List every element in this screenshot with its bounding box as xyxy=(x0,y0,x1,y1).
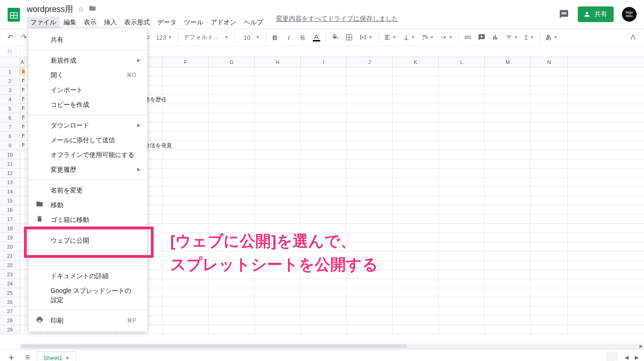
cell-M17[interactable] xyxy=(485,215,531,223)
cell-A10[interactable] xyxy=(20,150,25,159)
column-header-L[interactable]: L xyxy=(439,57,485,67)
cell-H29[interactable] xyxy=(255,325,301,334)
cell-H28[interactable] xyxy=(255,316,301,325)
cell-J1[interactable] xyxy=(347,67,393,76)
menu-email[interactable]: メールに添付して送信 xyxy=(29,133,147,147)
cell-M13[interactable] xyxy=(485,178,531,186)
cell-G2[interactable] xyxy=(209,76,255,85)
cell-F10[interactable] xyxy=(163,150,209,159)
row-header-13[interactable]: 13 xyxy=(0,178,20,186)
font-size-dropdown[interactable]: 10▼ xyxy=(237,31,263,44)
cell-L12[interactable] xyxy=(439,169,485,177)
cell-G17[interactable] xyxy=(209,215,255,223)
cell-L9[interactable] xyxy=(439,141,485,150)
cell-M27[interactable] xyxy=(485,307,531,315)
cell-F9[interactable] xyxy=(163,141,209,150)
cell-L10[interactable] xyxy=(439,150,485,159)
cell-I16[interactable] xyxy=(301,205,347,214)
cell-H7[interactable] xyxy=(255,122,301,131)
column-header-I[interactable]: I xyxy=(301,57,347,67)
cell-N8[interactable] xyxy=(531,132,568,140)
cell-H9[interactable] xyxy=(255,141,301,150)
row-header-1[interactable]: 1 xyxy=(0,67,20,76)
cell-L19[interactable] xyxy=(439,233,485,242)
cell-I17[interactable] xyxy=(301,215,347,223)
cell-J29[interactable] xyxy=(347,325,393,334)
comments-icon[interactable] xyxy=(558,9,569,20)
cell-N17[interactable] xyxy=(531,215,568,223)
row-header-24[interactable]: 24 xyxy=(0,279,20,288)
menu-details[interactable]: ドキュメントの詳細 xyxy=(29,268,147,283)
cell-J25[interactable] xyxy=(347,288,393,297)
cell-L14[interactable] xyxy=(439,187,485,196)
cell-K16[interactable] xyxy=(393,205,439,214)
row-header-7[interactable]: 7 xyxy=(0,122,20,131)
row-header-28[interactable]: 28 xyxy=(0,316,20,325)
cell-N18[interactable] xyxy=(531,224,568,233)
cell-A25[interactable] xyxy=(20,288,25,297)
cell-F27[interactable] xyxy=(163,307,209,315)
cell-M25[interactable] xyxy=(485,288,531,297)
cell-M24[interactable] xyxy=(485,279,531,288)
cell-G13[interactable] xyxy=(209,178,255,186)
cell-I28[interactable] xyxy=(301,316,347,325)
row-header-4[interactable]: 4 xyxy=(0,95,20,104)
cell-F25[interactable] xyxy=(163,288,209,297)
row-header-20[interactable]: 20 xyxy=(0,242,20,251)
cell-A2[interactable]: htt xyxy=(20,76,25,85)
row-header-23[interactable]: 23 xyxy=(0,270,20,279)
column-header-H[interactable]: H xyxy=(255,57,301,67)
menu-share[interactable]: 共有 xyxy=(29,32,147,47)
cell-H16[interactable] xyxy=(255,205,301,214)
cell-L28[interactable] xyxy=(439,316,485,325)
star-icon[interactable]: ☆ xyxy=(78,5,84,14)
cell-L2[interactable] xyxy=(439,76,485,85)
cell-L6[interactable] xyxy=(439,113,485,122)
cell-M19[interactable] xyxy=(485,233,531,242)
menu-データ[interactable]: データ xyxy=(154,17,180,29)
cell-F17[interactable] xyxy=(163,215,209,223)
cell-M2[interactable] xyxy=(485,76,531,85)
cell-G4[interactable] xyxy=(209,95,255,104)
cell-G10[interactable] xyxy=(209,150,255,159)
cell-N14[interactable] xyxy=(531,187,568,196)
cell-L22[interactable] xyxy=(439,261,485,269)
cell-G29[interactable] xyxy=(209,325,255,334)
cell-M23[interactable] xyxy=(485,270,531,279)
cell-N25[interactable] xyxy=(531,288,568,297)
row-header-10[interactable]: 10 xyxy=(0,150,20,159)
cell-I15[interactable] xyxy=(301,196,347,205)
cell-K21[interactable] xyxy=(393,251,439,260)
strikethrough-button[interactable]: S xyxy=(296,31,309,44)
insert-comment-button[interactable] xyxy=(475,31,488,44)
cell-L5[interactable] xyxy=(439,104,485,113)
cell-N16[interactable] xyxy=(531,205,568,214)
horizontal-scrollbar[interactable]: ▶ xyxy=(20,344,644,349)
cell-N24[interactable] xyxy=(531,279,568,288)
menu-move[interactable]: 移動 xyxy=(29,198,147,212)
cell-G14[interactable] xyxy=(209,187,255,196)
cell-M20[interactable] xyxy=(485,242,531,251)
menu-new[interactable]: 新規作成▶ xyxy=(29,53,147,68)
cell-G1[interactable] xyxy=(209,67,255,76)
cell-K3[interactable] xyxy=(393,86,439,94)
cell-K6[interactable] xyxy=(393,113,439,122)
cell-N26[interactable] xyxy=(531,297,568,306)
cell-I9[interactable] xyxy=(301,141,347,150)
cell-H14[interactable] xyxy=(255,187,301,196)
cell-I6[interactable] xyxy=(301,113,347,122)
cell-L21[interactable] xyxy=(439,251,485,260)
cell-M8[interactable] xyxy=(485,132,531,140)
cell-G25[interactable] xyxy=(209,288,255,297)
cell-G11[interactable] xyxy=(209,159,255,168)
cell-H12[interactable] xyxy=(255,169,301,177)
sheets-logo-icon[interactable] xyxy=(5,3,23,27)
cell-K10[interactable] xyxy=(393,150,439,159)
cell-F16[interactable] xyxy=(163,205,209,214)
cell-M14[interactable] xyxy=(485,187,531,196)
cell-A9[interactable]: htt xyxy=(20,141,25,150)
number-format-dropdown[interactable]: 123▼ xyxy=(153,31,175,44)
cell-N2[interactable] xyxy=(531,76,568,85)
menu-rename[interactable]: 名前を変更 xyxy=(29,183,147,198)
cell-N1[interactable] xyxy=(531,67,568,76)
